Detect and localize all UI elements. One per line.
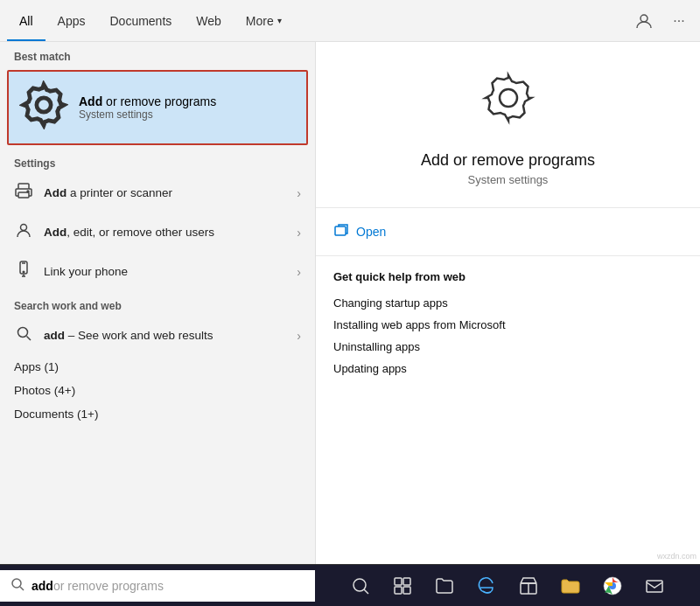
open-window-icon [333,222,349,241]
taskbar-folder-btn[interactable] [551,567,590,605]
svg-point-0 [640,15,648,22]
watermark: wxzdn.com [657,552,696,561]
right-app-subtitle: System settings [468,173,549,186]
svg-line-9 [27,337,32,341]
right-panel-header: Add or remove programs System settings [316,42,700,208]
svg-rect-22 [647,581,662,592]
svg-rect-11 [335,226,346,235]
taskbar-search-input[interactable]: add or remove programs [32,579,304,593]
tab-bar: All Apps Documents Web More ▾ ··· [0,0,700,42]
tab-all[interactable]: All [7,0,46,41]
taskbar: add or remove programs [0,564,700,606]
search-window: All Apps Documents Web More ▾ ··· [0,0,700,606]
open-button[interactable]: Open [333,219,682,245]
best-match-item[interactable]: Add or remove programs System settings [7,70,308,145]
quick-help-section: Get quick help from web Changing startup… [316,256,700,394]
quick-help-link-2[interactable]: Installing web apps from Microsoft [333,314,682,336]
ellipsis-icon: ··· [673,13,684,29]
app-large-icon [480,70,536,137]
more-dropdown-arrow: ▾ [277,16,282,25]
category-documents[interactable]: Documents (1+) [0,402,315,426]
svg-point-8 [18,328,28,338]
category-apps[interactable]: Apps (1) [0,355,315,379]
left-panel: Best match Add or remove programs System… [0,42,315,564]
search-work-web-label: Search work and web [0,291,315,316]
svg-rect-18 [395,587,402,594]
quick-help-title: Get quick help from web [333,270,682,283]
category-photos[interactable]: Photos (4+) [0,379,315,402]
taskbar-search-box[interactable]: add or remove programs [0,570,315,602]
taskbar-task-view-btn[interactable] [383,567,422,605]
chevron-right-icon-3: › [297,265,301,279]
settings-label: Settings [0,149,315,173]
search-typed-text: add [32,579,53,593]
chevron-right-icon-2: › [297,226,301,240]
printer-icon [14,182,33,204]
chevron-right-icon-4: › [297,329,301,343]
best-match-label: Best match [0,42,315,66]
tab-apps[interactable]: Apps [46,0,98,41]
quick-help-link-4[interactable]: Updating apps [333,358,682,380]
svg-point-5 [21,225,27,231]
phone-icon [14,261,33,282]
right-actions: Open [316,208,700,256]
chevron-right-icon: › [297,186,301,200]
best-match-text: Add or remove programs System settings [79,94,216,121]
tab-more[interactable]: More ▾ [234,0,294,41]
taskbar-chrome-btn[interactable] [593,567,632,605]
svg-rect-3 [18,192,29,198]
list-item-search-web[interactable]: add – See work and web results › [0,316,315,355]
printer-label: Add a printer or scanner [44,186,297,199]
taskbar-app-icons [315,567,700,605]
svg-rect-17 [403,578,410,585]
search-ghost-text: or remove programs [53,579,164,593]
list-item-phone[interactable]: Link your phone › [0,252,315,291]
list-item-users[interactable]: Add, edit, or remove other users › [0,212,315,252]
list-item-printer[interactable]: Add a printer or scanner › [0,173,315,212]
svg-rect-2 [18,184,29,189]
svg-point-4 [27,191,29,192]
right-app-title: Add or remove programs [421,151,595,170]
tab-documents[interactable]: Documents [97,0,184,41]
svg-point-12 [12,579,21,588]
taskbar-search-icon [10,577,24,595]
quick-help-link-3[interactable]: Uninstalling apps [333,336,682,358]
taskbar-file-explorer-btn[interactable] [425,567,464,605]
taskbar-search-btn[interactable] [341,567,380,605]
quick-help-link-1[interactable]: Changing startup apps [333,292,682,314]
right-panel: Add or remove programs System settings O… [315,42,700,564]
gear-icon-best-match [19,80,68,135]
person-icon [14,221,33,243]
best-match-title: Add or remove programs [79,94,216,108]
svg-line-15 [364,589,368,594]
svg-point-1 [37,98,51,112]
svg-point-7 [23,271,24,273]
user-account-icon[interactable] [630,7,658,35]
svg-point-14 [354,579,366,591]
svg-line-13 [20,587,24,590]
search-web-label-text: add – See work and web results [44,329,297,342]
taskbar-mail-btn[interactable] [635,567,674,605]
phone-label: Link your phone [44,265,297,278]
best-match-subtitle: System settings [79,108,216,121]
svg-rect-16 [395,578,402,585]
taskbar-edge-btn[interactable] [467,567,506,605]
svg-rect-19 [403,587,410,594]
more-options-icon[interactable]: ··· [665,7,693,35]
content-area: Best match Add or remove programs System… [0,42,700,564]
search-web-icon [14,324,33,346]
taskbar-store-btn[interactable] [509,567,548,605]
users-label: Add, edit, or remove other users [44,226,297,239]
tab-action-icons: ··· [630,7,693,35]
tab-web[interactable]: Web [184,0,234,41]
svg-point-10 [500,89,517,107]
